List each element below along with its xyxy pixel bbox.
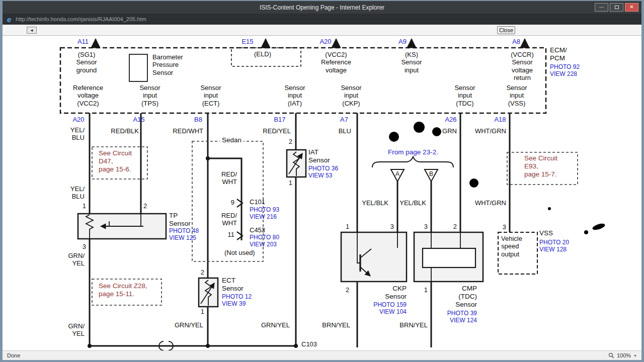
ect-photo-link[interactable]: PHOTO 12: [222, 293, 252, 300]
ecm-term-sg1: (SG1) Sensor ground: [76, 51, 97, 74]
c103-label: C103: [301, 340, 317, 348]
ecm-bottom-term-ckp: Sensor input (CKP): [341, 84, 361, 107]
address-bar: e http://techinfo.honda.com/rjanisis/RJA…: [3, 14, 641, 25]
ecm-bottom-term-vss: Sensor input (VSS): [506, 84, 527, 107]
address-url[interactable]: http://techinfo.honda.com/rjanisis/RJAAI…: [16, 16, 146, 22]
diagram-labels: A11 E15 A20 A9 A8 (SG1) Sensor ground (E…: [0, 0, 644, 362]
see-circuit-z28-note: See Circuit Z28, page 15-11.: [99, 282, 147, 298]
pin-a7[interactable]: A7: [340, 116, 348, 123]
wire-red-wht-1: RED/WHT: [173, 127, 203, 135]
zoom-level: 100%: [617, 352, 631, 358]
c453-photo-link[interactable]: PHOTO 80: [250, 234, 279, 241]
cmp-pin-1: 1: [424, 286, 428, 294]
c453-view-link[interactable]: VIEW 203: [250, 241, 277, 248]
c101-photo-link[interactable]: PHOTO 93: [250, 206, 279, 213]
tp-pin-1: 1: [83, 202, 86, 210]
wire-brn-yel-2: BRN/YEL: [399, 321, 428, 329]
c101-view-link[interactable]: VIEW 216: [250, 213, 277, 220]
cmp-photo-link[interactable]: PHOTO 39: [447, 310, 477, 317]
ecm-bottom-term-vcc2: Reference voltage (VCC2): [73, 84, 103, 107]
barometer-sensor-label: Barometer Pressure Sensor: [152, 53, 183, 76]
wire-wht-grn-1: WHT/GRN: [475, 127, 506, 135]
maximize-button[interactable]: [610, 3, 623, 12]
tp-view-link[interactable]: VIEW 125: [169, 234, 196, 241]
pin-a26[interactable]: A26: [445, 116, 456, 123]
status-text: Done: [7, 352, 20, 358]
ckp-pin-2: 2: [346, 286, 349, 294]
triangle-b-label: B: [429, 170, 433, 177]
tp-pin-3: 3: [83, 243, 86, 250]
window-controls: — ✕: [595, 3, 638, 12]
ckp-pin-1: 1: [346, 223, 349, 230]
vss-view-link[interactable]: VIEW 128: [539, 246, 567, 253]
ect-view-link[interactable]: VIEW 39: [222, 300, 246, 307]
ecm-pcm-label: ECM/ PCM: [550, 46, 567, 62]
iat-view-link[interactable]: VIEW 53: [308, 172, 332, 179]
ecm-bottom-term-tps: Sensor input (TPS): [139, 84, 160, 107]
wire-red-blk: RED/BLK: [111, 127, 139, 135]
ie-logo-icon: e: [7, 16, 11, 23]
tp-photo-link[interactable]: PHOTO 48: [169, 227, 199, 234]
pin-a20[interactable]: A20: [72, 116, 84, 123]
ecm-bottom-term-iat: Sensor input (IAT): [284, 84, 305, 107]
back-button[interactable]: ◄: [27, 27, 37, 34]
pin-a15[interactable]: A15: [133, 116, 144, 123]
wire-grn-yel-2: GRN/ YEL: [68, 322, 85, 338]
page-toolbar: ◄ Close: [3, 25, 641, 36]
ecm-top-pin-e15[interactable]: E15: [242, 38, 253, 45]
status-bar: Done 100% ▼: [3, 350, 641, 360]
pin-b8[interactable]: B8: [194, 116, 202, 123]
ecm-top-pin-a11[interactable]: A11: [77, 38, 89, 45]
close-button[interactable]: Close: [497, 26, 515, 34]
ecm-top-pin-a9[interactable]: A9: [398, 38, 407, 45]
ecm-term-vcc2: (VCC2) Reference voltage: [321, 51, 351, 74]
wire-yel-blu-1: YEL/ BLU: [70, 126, 85, 142]
iat-sensor-label: IAT Sensor: [308, 148, 330, 164]
ckp-photo-link[interactable]: PHOTO 159: [373, 301, 407, 308]
from-page-link[interactable]: From page 23-2.: [388, 148, 438, 156]
iat-pin-2: 2: [289, 138, 292, 145]
magnifier-icon: [608, 352, 614, 358]
not-used-label: (Not used): [224, 249, 255, 256]
vss-photo-link[interactable]: PHOTO 20: [539, 239, 569, 246]
wire-grn-yel-1: GRN/ YEL: [68, 252, 85, 267]
vss-sensor-label: VSS: [539, 229, 553, 237]
wire-red-wht-2: RED/ WHT: [221, 170, 237, 186]
ecm-photo-link[interactable]: PHOTO 92: [550, 63, 580, 70]
wire-yel-blk-1: YEL/BLK: [362, 199, 388, 207]
ect-pin-2: 2: [201, 268, 204, 276]
maximize-icon: [615, 6, 619, 9]
ect-pin-1: 1: [201, 308, 204, 315]
ckp-sensor-label: CKP Sensor: [385, 285, 407, 301]
cmp-pin-3: 3: [424, 223, 428, 230]
ecm-top-pin-a20[interactable]: A20: [319, 38, 331, 45]
c453-label: C453: [250, 226, 265, 234]
see-circuit-e93-note: See Circuit E93, page 15-7.: [524, 154, 557, 178]
ect-sensor-label: ECT Sensor: [222, 277, 244, 293]
ecm-term-vccr: (VCCR) Sensor voltage return: [511, 51, 534, 81]
pin-a18[interactable]: A18: [494, 116, 506, 123]
wire-red-yel: RED/YEL: [263, 127, 291, 135]
wire-blu: BLU: [339, 127, 351, 135]
zoom-control[interactable]: 100% ▼: [608, 352, 637, 358]
wire-red-wht-3: RED/ WHT: [221, 212, 237, 227]
iat-photo-link[interactable]: PHOTO 36: [308, 165, 338, 172]
minimize-button[interactable]: —: [595, 3, 608, 12]
ecm-term-ks: (KS) Sensor input: [401, 51, 422, 74]
ecm-bottom-term-tdc: Sensor input (TDC): [454, 84, 475, 107]
wire-yel-blk-2: YEL/BLK: [399, 199, 426, 207]
ecm-view-link[interactable]: VIEW 228: [550, 70, 577, 77]
ecm-term-eld: (ELD): [254, 50, 271, 58]
pin-b17[interactable]: B17: [274, 116, 285, 123]
vehicle-speed-output-label: Vehicle speed output: [501, 235, 522, 258]
ecm-top-pin-a8[interactable]: A8: [512, 38, 520, 45]
cmp-sensor-label: CMP (TDC) Sensor: [455, 285, 477, 309]
cmp-view-link[interactable]: VIEW 124: [450, 317, 477, 324]
iat-pin-1: 1: [289, 179, 292, 187]
tp-sensor-label: TP Sensor: [169, 212, 191, 228]
close-window-button[interactable]: ✕: [625, 3, 638, 12]
triangle-a-label: A: [395, 170, 399, 177]
c101-pin-9: 9: [231, 199, 234, 206]
ckp-pin-3: 3: [390, 223, 394, 230]
ckp-view-link[interactable]: VIEW 104: [379, 308, 407, 315]
